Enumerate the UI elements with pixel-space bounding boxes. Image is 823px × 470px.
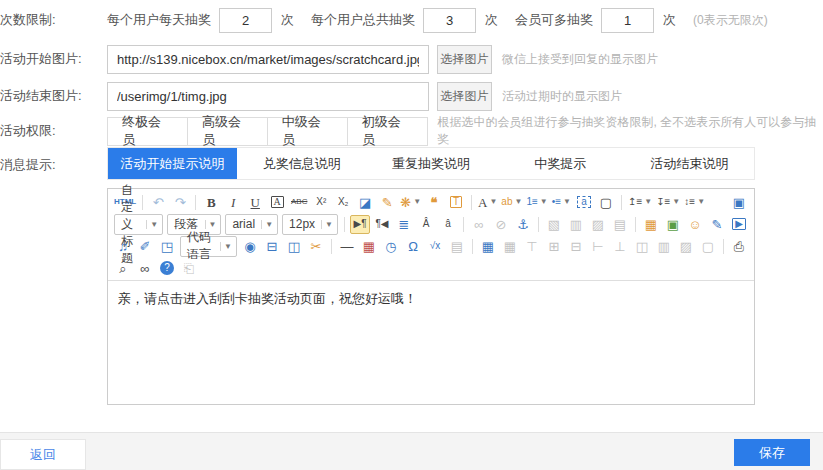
image-inline-icon[interactable]: ▤ [610, 215, 630, 234]
editor-content[interactable]: 亲，请点击进入刮刮卡抽奖活动页面，祝您好运哦！ [108, 280, 754, 404]
font-border-icon[interactable]: A [267, 193, 287, 212]
map-icon[interactable]: ◉ [240, 237, 260, 256]
superscript-icon[interactable]: X² [311, 193, 331, 212]
permission-option-2[interactable]: 高级会员 [187, 117, 268, 146]
underline-icon[interactable]: U [245, 193, 265, 212]
clear-doc-icon[interactable]: ▢ [596, 193, 616, 212]
graffiti-icon[interactable]: ✎ [707, 215, 727, 234]
formula-icon[interactable]: √x [425, 237, 445, 256]
remove-format-icon[interactable]: ◪ [355, 193, 375, 212]
font-color-icon[interactable]: A▼ [477, 193, 498, 212]
insert-frame-icon-glyph: ◫ [288, 240, 300, 253]
insert-table-icon[interactable]: ▦ [478, 237, 498, 256]
start-image-pick-button[interactable]: 选择图片 [437, 45, 492, 74]
highlight-color-icon[interactable]: ab▼ [500, 193, 523, 212]
permission-option-4[interactable]: 初级会员 [347, 117, 428, 146]
daily-draw-limit-input[interactable] [219, 8, 272, 33]
help-icon[interactable]: ? [157, 259, 177, 278]
back-button[interactable]: 返回 [0, 439, 86, 470]
line-height-icon[interactable]: ↕≡▼ [683, 193, 706, 212]
image-float-left-icon[interactable]: ▧ [544, 215, 564, 234]
format-painter-icon[interactable]: ✎ [377, 193, 397, 212]
horizontal-rule-icon[interactable]: — [337, 237, 357, 256]
unordered-list-icon[interactable]: •≡▼ [551, 193, 572, 212]
total-draw-limit-input[interactable] [423, 8, 476, 33]
paragraph-spacing-bottom-icon[interactable]: ↧≡▼ [655, 193, 681, 212]
pagebreak-icon[interactable]: ⊟ [262, 237, 282, 256]
date-icon[interactable]: ▦ [359, 237, 379, 256]
link-icon[interactable]: ∞ [469, 215, 489, 234]
merge-cells-right-icon[interactable]: ⊢ [588, 237, 608, 256]
delete-table-icon[interactable]: ▦ [500, 237, 520, 256]
insert-image-icon[interactable]: ▦ [641, 215, 661, 234]
redo-icon-glyph: ↷ [175, 196, 186, 209]
emotion-icon[interactable]: ☺ [685, 215, 705, 234]
paste-icon[interactable]: ⎗ [179, 259, 199, 278]
special-chars-icon[interactable]: Ω [403, 237, 423, 256]
undo-icon[interactable]: ↶ [148, 193, 168, 212]
code-language-select[interactable]: 代码语言▼ [180, 236, 237, 257]
redo-icon[interactable]: ↷ [170, 193, 190, 212]
print-icon[interactable]: ⎙ [729, 237, 749, 256]
insert-col-icon[interactable]: ⊟ [566, 237, 586, 256]
ordered-list-icon[interactable]: 1≡▼ [525, 193, 548, 212]
message-tab-1[interactable]: 活动开始提示说明 [108, 148, 237, 179]
subscript-icon-glyph: X₂ [338, 197, 349, 207]
merge-cells-down-icon[interactable]: ⊥ [610, 237, 630, 256]
permission-option-1[interactable]: 终极会员 [107, 117, 188, 146]
auto-typeset-icon[interactable]: ❋▼ [399, 193, 422, 212]
blockquote-icon[interactable]: ❝ [424, 193, 444, 212]
uppercase-icon[interactable]: Â [416, 215, 436, 234]
image-transfer-icon[interactable]: ▣ [663, 215, 683, 234]
custom-title-select[interactable]: 自定义标题▼ [114, 214, 163, 235]
preview-icon[interactable]: ⌕ [113, 259, 133, 278]
end-image-input[interactable] [107, 82, 429, 111]
font-size-select[interactable]: 12px▼ [282, 214, 338, 235]
bold-icon[interactable]: B [201, 193, 221, 212]
superscript-icon-glyph: X² [316, 197, 326, 207]
time-icon[interactable]: ◷ [381, 237, 401, 256]
insert-frame-icon[interactable]: ◫ [284, 237, 304, 256]
save-button[interactable]: 保存 [734, 439, 810, 466]
message-tab-3[interactable]: 重复抽奖说明 [366, 148, 495, 179]
attachment-icon[interactable]: ✐ [135, 237, 155, 256]
doc-template-icon[interactable]: ▢ [698, 237, 718, 256]
table-props-icon[interactable]: ▨ [676, 237, 696, 256]
chevron-down-icon: ▼ [413, 198, 421, 206]
rtl-paragraph-icon[interactable]: ¶◀ [372, 215, 392, 234]
message-tab-2[interactable]: 兑奖信息说明 [237, 148, 366, 179]
strikethrough-icon[interactable]: ABC [289, 193, 309, 212]
lowercase-icon[interactable]: â [438, 215, 458, 234]
uppercase-icon-glyph: Â [423, 219, 430, 229]
insert-music-icon[interactable]: ♫ [113, 237, 133, 256]
ltr-paragraph-icon[interactable]: ▶¶ [350, 215, 370, 234]
insert-code-snippet-icon[interactable]: ◳ [157, 237, 177, 256]
image-center-icon[interactable]: ▥ [566, 215, 586, 234]
member-extra-draw-limit-input[interactable] [601, 8, 654, 33]
message-tab-5[interactable]: 活动结束说明 [625, 148, 754, 179]
insert-image-icon-glyph: ▦ [645, 218, 657, 231]
end-image-pick-button[interactable]: 选择图片 [437, 82, 492, 111]
table-header-icon[interactable]: ⊤ [522, 237, 542, 256]
image-float-right-icon[interactable]: ▨ [588, 215, 608, 234]
paste-plain-icon[interactable]: T [446, 193, 466, 212]
message-tab-4[interactable]: 中奖提示 [496, 148, 625, 179]
insert-anchor-icon[interactable]: ⚓ [513, 215, 533, 234]
indent-icon[interactable]: ≣ [394, 215, 414, 234]
screenshot-icon[interactable]: ✂ [306, 237, 326, 256]
font-family-select[interactable]: arial▼ [225, 214, 278, 235]
split-rows-icon[interactable]: ◫ [632, 237, 652, 256]
italic-icon[interactable]: I [223, 193, 243, 212]
template-icon[interactable]: ▤ [447, 237, 467, 256]
search-replace-icon[interactable]: ∞ [135, 259, 155, 278]
anchor-icon[interactable]: a [574, 193, 594, 212]
permission-option-3[interactable]: 中级会员 [267, 117, 348, 146]
insert-row-icon[interactable]: ⊞ [544, 237, 564, 256]
unlink-icon[interactable]: ⊘ [491, 215, 511, 234]
paragraph-spacing-top-icon[interactable]: ↥≡▼ [627, 193, 653, 212]
insert-video-icon[interactable]: ▶ [729, 215, 749, 234]
fullscreen-icon[interactable]: ▣ [729, 193, 749, 212]
start-image-input[interactable] [107, 45, 429, 74]
subscript-icon[interactable]: X₂ [333, 193, 353, 212]
split-cols-icon[interactable]: ▥ [654, 237, 674, 256]
